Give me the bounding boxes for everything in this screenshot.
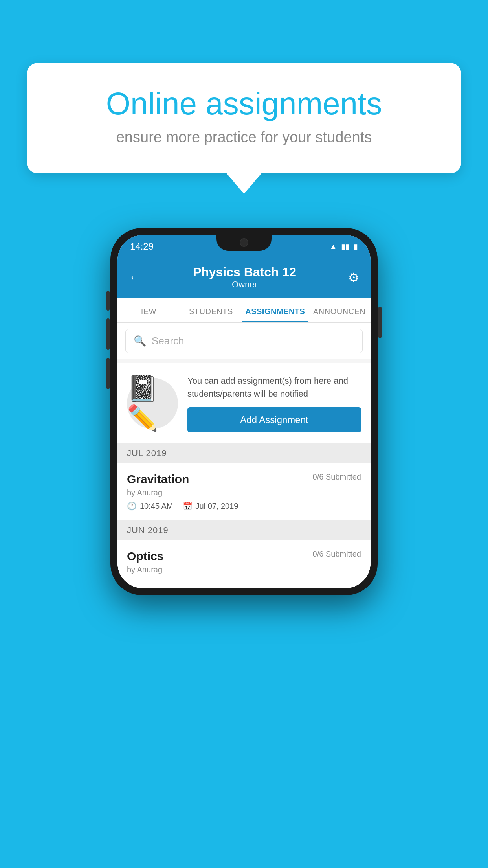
assignment-optics-row1: Optics 0/6 Submitted [127,550,361,563]
notebook-icon: 📓✏️ [127,374,178,433]
assignment-date: Jul 07, 2019 [196,502,238,511]
tab-announcements[interactable]: ANNOUNCEN [308,298,371,322]
settings-icon[interactable]: ⚙ [348,270,360,285]
promo-description: You can add assignment(s) from here and … [187,374,361,400]
clock-icon: 🕐 [127,501,137,511]
owner-label: Owner [141,280,348,290]
phone-shell: 14:29 ▲ ▮▮ ▮ ← Physics Batch 12 Owner ⚙ [110,228,378,595]
search-icon: 🔍 [134,335,146,347]
tabs-bar: IEW STUDENTS ASSIGNMENTS ANNOUNCEN [117,298,371,323]
status-time: 14:29 [130,241,154,252]
promo-section: 📓✏️ You can add assignment(s) from here … [117,363,371,443]
promo-right: You can add assignment(s) from here and … [187,374,361,432]
assignment-time: 10:45 AM [140,502,173,511]
section-header-jun: JUN 2019 [117,520,371,540]
tab-students-label: STUDENTS [189,307,233,316]
phone-device: 14:29 ▲ ▮▮ ▮ ← Physics Batch 12 Owner ⚙ [110,228,378,595]
assignment-meta-gravitation: 🕐 10:45 AM 📅 Jul 07, 2019 [127,501,361,511]
time-info: 🕐 10:45 AM [127,501,173,511]
screen-content: 🔍 Search 📓✏️ You can add assignment(s) f… [117,323,371,588]
date-info: 📅 Jul 07, 2019 [183,501,238,511]
volume-up-button [106,291,110,311]
speech-bubble: Online assignments ensure more practice … [27,63,461,173]
assignment-optics[interactable]: Optics 0/6 Submitted by Anurag [117,540,371,588]
calendar-icon: 📅 [183,501,193,511]
assignment-name-optics: Optics [127,550,163,563]
phone-notch [216,235,272,251]
tab-announcements-label: ANNOUNCEN [313,307,365,316]
section-header-jul: JUL 2019 [117,443,371,463]
tab-iew-label: IEW [141,307,156,316]
search-bar-wrapper: 🔍 Search [117,323,371,359]
power-button [378,307,382,338]
tab-iew[interactable]: IEW [117,298,180,322]
phone-screen: 14:29 ▲ ▮▮ ▮ ← Physics Batch 12 Owner ⚙ [117,235,371,588]
bubble-subtitle: ensure more practice for your students [54,129,434,146]
volume-down-button [106,318,110,350]
promo-icon-circle: 📓✏️ [127,378,178,429]
assignment-submitted-optics: 0/6 Submitted [313,550,361,559]
assignment-row1: Gravitation 0/6 Submitted [127,473,361,486]
wifi-icon: ▲ [329,242,337,251]
assignment-by-gravitation: by Anurag [127,488,361,497]
search-input[interactable]: Search [152,335,184,347]
section-label-jul: JUL 2019 [127,448,167,458]
tab-assignments-label: ASSIGNMENTS [245,307,305,316]
tab-assignments[interactable]: ASSIGNMENTS [242,298,308,322]
search-bar[interactable]: 🔍 Search [125,329,363,353]
add-assignment-button[interactable]: Add Assignment [187,407,361,432]
silent-button [106,358,110,389]
batch-title: Physics Batch 12 [141,265,348,280]
section-label-jun: JUN 2019 [127,525,169,535]
assignment-submitted-gravitation: 0/6 Submitted [313,473,361,482]
back-button[interactable]: ← [128,270,141,285]
assignment-name-gravitation: Gravitation [127,473,189,486]
status-icons: ▲ ▮▮ ▮ [329,242,358,251]
assignment-gravitation[interactable]: Gravitation 0/6 Submitted by Anurag 🕐 10… [117,463,371,520]
tab-students[interactable]: STUDENTS [180,298,242,322]
bubble-title: Online assignments [54,86,434,121]
assignment-by-optics: by Anurag [127,565,361,574]
app-header: ← Physics Batch 12 Owner ⚙ [117,258,371,298]
battery-icon: ▮ [354,242,358,251]
signal-icon: ▮▮ [341,242,350,251]
header-center: Physics Batch 12 Owner [141,265,348,290]
front-camera [240,238,248,247]
